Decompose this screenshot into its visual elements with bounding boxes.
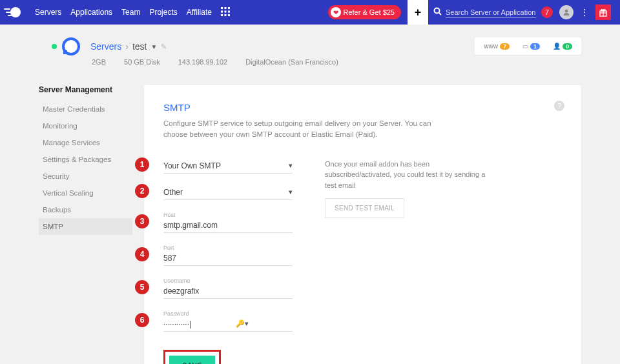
top-nav: Servers Applications Team Projects Affil… <box>35 8 212 17</box>
search-input[interactable] <box>446 7 536 18</box>
apps-grid-icon[interactable] <box>221 7 230 18</box>
step-badge-3: 3 <box>135 214 149 228</box>
meta-provider: DigitalOcean (San Francisco) <box>245 58 338 66</box>
sidebar-item-manage-services[interactable]: Manage Services <box>39 134 132 151</box>
stat-www[interactable]: www7 <box>484 43 510 50</box>
svg-rect-3 <box>8 15 12 16</box>
server-name: test <box>132 41 147 52</box>
topbar: Servers Applications Team Projects Affil… <box>0 0 620 25</box>
side-menu-heading: Server Management <box>39 85 132 94</box>
svg-rect-7 <box>221 10 223 12</box>
test-email-section: Once your email addon has been subscribe… <box>325 159 486 365</box>
nav-applications[interactable]: Applications <box>70 8 112 17</box>
step-badge-2: 2 <box>135 184 149 198</box>
window-icon: ▭ <box>522 43 528 50</box>
sidebar-item-backups[interactable]: Backups <box>39 201 132 218</box>
sidebar-item-monitoring[interactable]: Monitoring <box>39 117 132 134</box>
smtp-form: 1 Your Own SMTP 2 Other 3 Host smtp.gmai… <box>163 159 293 365</box>
smtp-type-select[interactable]: 1 Your Own SMTP <box>163 159 293 174</box>
nav-team[interactable]: Team <box>121 8 140 17</box>
host-field[interactable]: 3 Host smtp.gmail.com <box>163 212 293 233</box>
svg-rect-4 <box>221 7 223 9</box>
save-button[interactable]: SAVE <box>169 356 215 365</box>
nav-servers[interactable]: Servers <box>35 8 61 17</box>
password-label: Password <box>163 310 293 317</box>
edit-icon[interactable]: ✎ <box>161 43 167 51</box>
meta-ram: 2GB <box>92 58 106 66</box>
brand-logo[interactable] <box>0 0 26 25</box>
help-icon[interactable]: ? <box>554 101 564 111</box>
sidebar-item-smtp[interactable]: SMTP <box>39 218 132 235</box>
top-icons: 7 ⋮ <box>541 5 611 20</box>
username-label: Username <box>163 278 293 284</box>
svg-rect-9 <box>228 10 230 12</box>
step-badge-1: 1 <box>135 157 149 172</box>
refer-button[interactable]: ❤ Refer & Get $25 <box>328 5 402 19</box>
step-badge-4: 4 <box>135 247 149 261</box>
port-label: Port <box>163 245 293 251</box>
sidebar-item-master-credentials[interactable]: Master Credentials <box>39 101 132 117</box>
panel-desc: Configure SMTP service to setup outgoing… <box>163 118 448 141</box>
status-dot-icon <box>52 44 57 49</box>
chevron-right-icon: › <box>125 41 129 52</box>
svg-rect-11 <box>224 14 226 16</box>
sidebar-item-security[interactable]: Security <box>39 168 132 185</box>
svg-point-15 <box>565 10 568 13</box>
key-icon[interactable]: 🔑▾ <box>236 319 249 328</box>
notification-badge[interactable]: 7 <box>541 6 553 18</box>
svg-rect-6 <box>228 7 230 9</box>
send-test-email-button[interactable]: SEND TEST EMAIL <box>325 198 404 218</box>
svg-line-14 <box>439 13 441 15</box>
heart-icon: ❤ <box>331 7 341 17</box>
smtp-provider-select[interactable]: 2 Other <box>163 185 293 200</box>
save-highlight-box: SAVE <box>163 350 221 365</box>
host-label: Host <box>163 212 293 218</box>
nav-affiliate[interactable]: Affiliate <box>187 8 212 17</box>
more-menu-icon[interactable]: ⋮ <box>580 7 589 17</box>
search-icon <box>433 7 442 17</box>
sidebar-item-settings-packages[interactable]: Settings & Packages <box>39 151 132 168</box>
crumb-root[interactable]: Servers <box>90 41 121 52</box>
password-field[interactable]: 6 Password ············|🔑▾ <box>163 310 293 332</box>
meta-disk: 50 GB Disk <box>124 58 160 66</box>
svg-point-0 <box>10 7 21 17</box>
gift-icon[interactable] <box>595 5 611 20</box>
svg-rect-8 <box>224 10 226 12</box>
refer-label: Refer & Get $25 <box>344 8 395 16</box>
smtp-panel: ? SMTP Configure SMTP service to setup o… <box>144 85 581 364</box>
svg-rect-12 <box>228 14 230 16</box>
server-header: Servers › test ▼ ✎ <box>52 37 338 56</box>
svg-point-13 <box>435 8 440 14</box>
stat-team[interactable]: 👤0 <box>553 43 572 50</box>
breadcrumb: Servers › test ▼ ✎ <box>90 41 167 52</box>
side-menu: Server Management Master Credentials Mon… <box>39 85 132 364</box>
stat-apps[interactable]: ▭1 <box>522 43 540 50</box>
step-badge-5: 5 <box>135 280 149 294</box>
test-email-note: Once your email addon has been subscribe… <box>325 159 486 191</box>
account-icon[interactable] <box>559 5 574 19</box>
svg-rect-2 <box>6 12 11 13</box>
add-button[interactable]: + <box>408 0 428 25</box>
person-icon: 👤 <box>553 43 561 50</box>
svg-rect-1 <box>4 8 10 10</box>
server-meta: 2GB 50 GB Disk 143.198.99.102 DigitalOce… <box>92 58 338 66</box>
meta-ip: 143.198.99.102 <box>178 58 227 66</box>
panel-title: SMTP <box>163 102 562 113</box>
nav-projects[interactable]: Projects <box>149 8 177 17</box>
provider-icon <box>62 37 80 56</box>
chevron-down-icon[interactable]: ▼ <box>150 43 157 50</box>
step-badge-6: 6 <box>135 313 149 327</box>
svg-rect-10 <box>221 14 223 16</box>
svg-rect-5 <box>224 7 226 9</box>
username-field[interactable]: 5 Username deezgrafix <box>163 278 293 299</box>
sidebar-item-vertical-scaling[interactable]: Vertical Scaling <box>39 185 132 201</box>
server-stat-card: www7 ▭1 👤0 <box>475 37 581 55</box>
port-field[interactable]: 4 Port 587 <box>163 245 293 266</box>
search-wrap <box>433 7 536 18</box>
